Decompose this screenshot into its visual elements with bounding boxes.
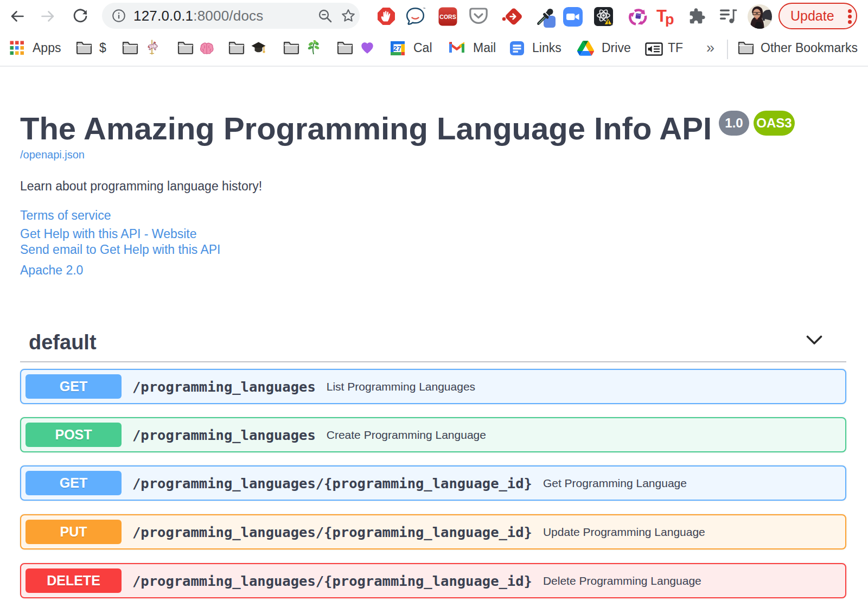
bookmark-mail-label[interactable]: Mail bbox=[473, 32, 496, 64]
method-badge-get: GET bbox=[25, 471, 122, 495]
operation-row-put-update[interactable]: PUT /programming_languages/{programming_… bbox=[20, 514, 846, 550]
zoom-meet-extension-icon[interactable] bbox=[563, 7, 583, 27]
operation-row-delete[interactable]: DELETE /programming_languages/{programmi… bbox=[20, 563, 846, 598]
bubble-trademark: ™ bbox=[423, 7, 425, 10]
bookmark-folder-icon[interactable] bbox=[177, 41, 194, 54]
operation-path: /programming_languages bbox=[132, 427, 316, 443]
section-divider bbox=[20, 361, 846, 362]
operation-path: /programming_languages/{programming_lang… bbox=[132, 573, 532, 589]
apps-grid-icon[interactable] bbox=[10, 41, 24, 55]
bookmark-dollar-label[interactable]: $ bbox=[99, 32, 106, 64]
operation-row-get-one[interactable]: GET /programming_languages/{programming_… bbox=[20, 465, 846, 501]
redirect-extension-icon[interactable] bbox=[502, 7, 522, 27]
operation-row-post-create[interactable]: POST /programming_languages Create Progr… bbox=[20, 417, 846, 452]
website-help-link[interactable]: Get Help with this API - Website bbox=[20, 227, 197, 241]
react-devtools-extension-icon[interactable] bbox=[593, 7, 614, 27]
cors-extension-icon[interactable]: CORS bbox=[438, 7, 458, 27]
bookmark-folder-icon[interactable] bbox=[122, 41, 138, 54]
version-badge: 1.0 bbox=[719, 111, 749, 136]
purple-heart-icon[interactable] bbox=[361, 42, 374, 54]
reload-button-icon[interactable] bbox=[73, 9, 88, 24]
bookmark-apps-label[interactable]: Apps bbox=[33, 32, 61, 64]
gmail-icon[interactable] bbox=[448, 41, 465, 54]
method-badge-get: GET bbox=[25, 374, 122, 399]
google-docs-links-icon[interactable] bbox=[509, 41, 525, 56]
back-button-icon[interactable] bbox=[11, 10, 24, 23]
method-badge-delete: DELETE bbox=[25, 568, 122, 593]
operation-summary: Get Programming Language bbox=[543, 477, 687, 490]
bookmark-links-label[interactable]: Links bbox=[532, 32, 561, 64]
cors-label: CORS bbox=[439, 14, 456, 20]
other-bookmarks-label[interactable]: Other Bookmarks bbox=[761, 32, 858, 64]
bookmark-drive-label[interactable]: Drive bbox=[602, 32, 631, 64]
pocket-extension-icon[interactable] bbox=[469, 8, 488, 25]
email-help-link[interactable]: Send email to Get Help with this API bbox=[20, 242, 220, 257]
operation-summary: Create Programming Language bbox=[327, 429, 486, 442]
graduation-cap-icon[interactable] bbox=[251, 41, 266, 55]
browser-window: 127.0.0.1:8000/docs ™ CORS bbox=[0, 0, 868, 607]
bookmark-tf-label[interactable]: TF bbox=[668, 32, 683, 64]
method-badge-put: PUT bbox=[25, 520, 122, 544]
music-queue-icon[interactable] bbox=[719, 8, 738, 25]
bookmark-star-icon[interactable] bbox=[341, 8, 356, 23]
bookmark-folder-icon[interactable] bbox=[283, 41, 299, 54]
tp-extension-icon[interactable]: T p bbox=[656, 7, 676, 27]
other-bookmarks-folder-icon[interactable] bbox=[738, 41, 754, 54]
forward-button-icon[interactable] bbox=[41, 10, 54, 23]
calendar-day-number: 27 bbox=[393, 44, 401, 53]
operation-summary: List Programming Languages bbox=[327, 380, 475, 393]
url-host: 127.0.0.1 bbox=[133, 8, 193, 24]
carousel-horse-icon[interactable] bbox=[145, 40, 158, 55]
section-title-default[interactable]: default bbox=[29, 331, 97, 354]
zoom-out-icon[interactable] bbox=[318, 9, 333, 23]
operation-path: /programming_languages bbox=[132, 379, 316, 395]
profile-avatar[interactable] bbox=[748, 4, 772, 29]
adblock-extension-icon[interactable] bbox=[377, 7, 395, 25]
bookmarks-bar: Apps $ bbox=[0, 34, 868, 67]
method-badge-post: POST bbox=[25, 423, 122, 447]
brain-icon[interactable] bbox=[200, 42, 214, 54]
operation-summary: Update Programming Language bbox=[543, 526, 705, 539]
bookmark-folder-icon[interactable] bbox=[228, 41, 245, 54]
section-collapse-chevron-icon[interactable] bbox=[806, 335, 822, 346]
url-path: :8000/docs bbox=[193, 8, 263, 24]
update-button[interactable]: Update bbox=[778, 3, 857, 29]
bookmark-cal-label[interactable]: Cal bbox=[413, 32, 432, 64]
color-picker-extension-icon[interactable] bbox=[534, 5, 557, 28]
license-link[interactable]: Apache 2.0 bbox=[20, 263, 83, 278]
tf-card-icon[interactable] bbox=[645, 42, 663, 56]
site-info-icon[interactable] bbox=[112, 9, 126, 23]
terms-of-service-link[interactable]: Terms of service bbox=[20, 208, 111, 223]
operation-path: /programming_languages/{programming_lang… bbox=[132, 524, 532, 540]
openapi-json-link[interactable]: /openapi.json bbox=[20, 149, 85, 161]
update-button-label: Update bbox=[790, 4, 834, 28]
herb-icon[interactable] bbox=[308, 40, 320, 55]
bookmarks-overflow-chevron[interactable]: » bbox=[706, 32, 714, 64]
oas3-badge: OAS3 bbox=[754, 111, 795, 136]
extensions-puzzle-icon[interactable] bbox=[688, 8, 706, 25]
bookmarks-separator bbox=[727, 40, 728, 59]
operation-row-get-list[interactable]: GET /programming_languages List Programm… bbox=[20, 369, 846, 404]
bookmark-folder-icon[interactable] bbox=[76, 41, 92, 54]
url-text[interactable]: 127.0.0.1:8000/docs bbox=[133, 3, 263, 29]
chat-smile-extension-icon[interactable]: ™ bbox=[405, 7, 425, 27]
api-description: Learn about programming language history… bbox=[20, 179, 262, 194]
operation-path: /programming_languages/{programming_lang… bbox=[132, 475, 532, 491]
recycle-extension-icon[interactable] bbox=[628, 7, 648, 27]
page-title: The Amazing Programming Language Info AP… bbox=[20, 110, 712, 146]
google-drive-icon[interactable] bbox=[577, 41, 594, 56]
browser-toolbar: 127.0.0.1:8000/docs ™ CORS bbox=[0, 0, 868, 34]
tp-letter-p: p bbox=[665, 11, 674, 27]
bookmark-folder-icon[interactable] bbox=[337, 41, 353, 54]
operation-summary: Delete Programming Language bbox=[543, 574, 701, 587]
google-calendar-icon[interactable]: 27 bbox=[390, 41, 405, 56]
